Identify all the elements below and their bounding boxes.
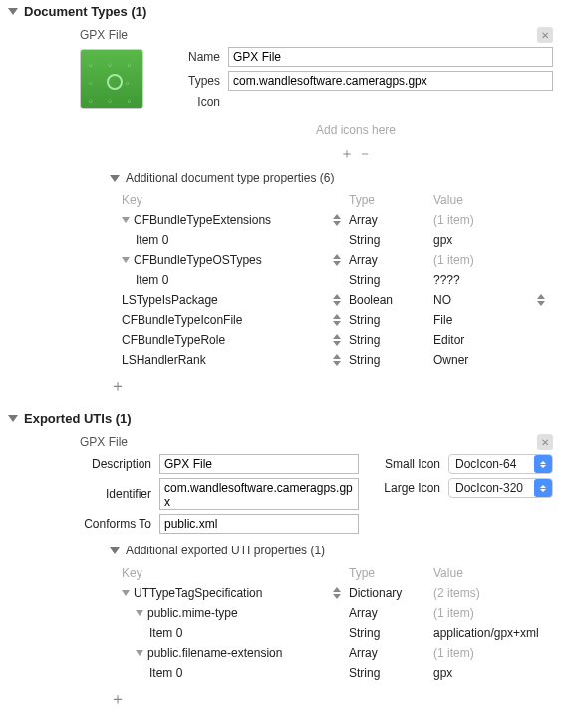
table-row[interactable]: public.filename-extensionArray(1 item) [110,643,553,663]
remove-uti-button[interactable]: ✕ [537,434,553,450]
key-stepper[interactable] [333,294,341,306]
table-row[interactable]: CFBundleTypeRoleStringEditor [110,330,553,350]
identifier-input[interactable] [159,478,359,510]
table-row[interactable]: CFBundleTypeOSTypesArray(1 item) [110,250,553,270]
chevron-down-icon [110,175,120,182]
key-stepper[interactable] [333,587,341,599]
col-key: Key [110,193,349,207]
add-icon-button[interactable]: ＋ [340,145,354,161]
additional-doctype-props-header[interactable]: Additional document type properties (6) [0,165,563,190]
prop-type: String [349,273,433,287]
key-stepper[interactable] [333,334,341,346]
prop-key: LSHandlerRank [122,353,206,367]
doctype-body: Name Types Icon Add icons here ＋ － [0,47,563,165]
table-row[interactable]: UTTypeTagSpecificationDictionary(2 items… [110,583,553,603]
table-row[interactable]: public.mime-typeArray(1 item) [110,603,553,623]
col-value: Value [433,566,553,580]
remove-icon-button[interactable]: － [358,145,372,161]
add-doctype-prop-button[interactable]: ＋ [0,370,563,407]
doctype-props-table: Key Type Value CFBundleTypeExtensionsArr… [110,190,553,370]
prop-key: Item 0 [136,233,168,247]
prop-key: Item 0 [149,666,182,680]
table-row[interactable]: Item 0Stringgpx [110,663,553,683]
prop-value: Editor [433,333,553,347]
name-input[interactable] [228,47,553,67]
uti-item-header: GPX File ✕ [0,430,563,454]
large-icon-value: DocIcon-320 [455,481,534,495]
prop-value: application/gpx+xml [433,626,553,640]
prop-value: (1 item) [433,606,553,620]
remove-doctype-button[interactable]: ✕ [537,27,553,43]
prop-key: public.mime-type [147,606,238,620]
table-row[interactable]: Item 0String???? [110,270,553,290]
table-row[interactable]: Item 0Stringgpx [110,230,553,250]
section-title: Document Types (1) [24,4,146,19]
section-document-types[interactable]: Document Types (1) [0,0,563,23]
large-icon-select[interactable]: DocIcon-320 [448,478,553,498]
types-label: Types [158,74,228,88]
prop-type: Dictionary [349,586,433,600]
prop-type: String [349,313,433,327]
prop-type: Array [349,253,433,267]
prop-value: (1 item) [433,646,553,660]
prop-value: gpx [433,666,553,680]
dropdown-arrow-icon [534,455,552,473]
small-icon-select[interactable]: DocIcon-64 [448,454,553,474]
prop-key: UTTypeTagSpecification [134,586,262,600]
description-input[interactable] [159,454,359,474]
key-stepper[interactable] [333,314,341,326]
doctype-icon-preview[interactable] [80,49,143,109]
chevron-down-icon[interactable] [122,257,130,263]
prop-key: public.filename-extension [147,646,282,660]
value-stepper[interactable] [537,294,545,306]
prop-type: Array [349,213,433,227]
prop-value: (1 item) [433,213,553,227]
uti-props-table: Key Type Value UTTypeTagSpecificationDic… [110,563,553,683]
key-stepper[interactable] [333,254,341,266]
additional-doctype-props-title: Additional document type properties (6) [126,171,334,184]
table-row[interactable]: Item 0Stringapplication/gpx+xml [110,623,553,643]
chevron-down-icon[interactable] [136,650,143,656]
col-key: Key [110,566,349,580]
name-label: Name [158,50,228,64]
conforms-input[interactable] [159,514,359,534]
prop-key: CFBundleTypeRole [122,333,225,347]
prop-value: gpx [433,233,553,247]
additional-uti-props-header[interactable]: Additional exported UTI properties (1) [0,538,563,563]
prop-key: Item 0 [136,273,168,287]
key-stepper[interactable] [333,214,341,226]
table-row[interactable]: CFBundleTypeExtensionsArray(1 item) [110,210,553,230]
section-exported-utis[interactable]: Exported UTIs (1) [0,407,563,430]
col-type: Type [349,193,433,207]
prop-type: Array [349,606,433,620]
prop-type: String [349,666,433,680]
doctype-item-title: GPX File [80,28,537,42]
chevron-down-icon [8,8,18,15]
small-icon-value: DocIcon-64 [455,457,534,471]
chevron-down-icon[interactable] [122,217,130,223]
prop-type: Array [349,646,433,660]
key-stepper[interactable] [333,354,341,366]
chevron-down-icon[interactable] [122,590,130,596]
icon-label: Icon [158,95,228,109]
table-row[interactable]: LSTypeIsPackageBooleanNO [110,290,553,310]
prop-type: String [349,333,433,347]
table-row[interactable]: LSHandlerRankStringOwner [110,350,553,370]
add-uti-prop-button[interactable]: ＋ [0,683,563,720]
additional-uti-props-title: Additional exported UTI properties (1) [126,544,325,557]
table-row[interactable]: CFBundleTypeIconFileStringFile [110,310,553,330]
prop-type: Boolean [349,293,433,307]
dropdown-arrow-icon [534,479,552,497]
prop-key: CFBundleTypeOSTypes [134,253,262,267]
section-title: Exported UTIs (1) [24,411,132,426]
uti-item-title: GPX File [80,435,537,449]
identifier-label: Identifier [80,487,159,501]
prop-key: LSTypeIsPackage [122,293,218,307]
types-input[interactable] [228,71,553,91]
prop-value: ???? [433,273,553,287]
chevron-down-icon [8,415,18,422]
chevron-down-icon[interactable] [136,610,143,616]
chevron-down-icon [110,547,120,554]
add-icons-hint[interactable]: Add icons here [158,113,553,143]
prop-value: File [433,313,553,327]
